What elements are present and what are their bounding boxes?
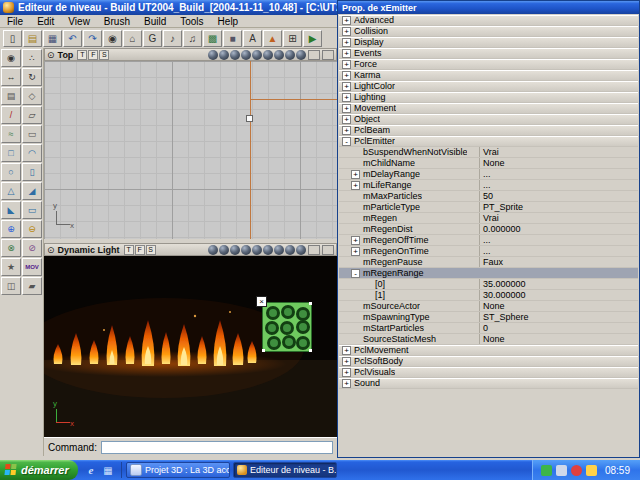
expand-toggle-icon[interactable]: + <box>342 82 351 91</box>
show-desktop-icon[interactable]: ▦ <box>101 463 115 477</box>
property-value[interactable]: 0 <box>479 323 636 333</box>
property-row[interactable]: mRegenPause Faux <box>339 257 638 268</box>
wireframe-mode-icon[interactable] <box>208 50 218 60</box>
expand-toggle-icon[interactable]: + <box>342 60 351 69</box>
expand-toggle-icon[interactable]: + <box>342 115 351 124</box>
redo-icon[interactable]: ↷ <box>83 30 102 47</box>
expand-toggle-icon[interactable]: + <box>342 16 351 25</box>
property-value[interactable]: Vrai <box>479 147 636 157</box>
property-row[interactable]: + PclBeam <box>339 125 638 136</box>
terrain-edit-icon[interactable]: ≈ <box>1 125 21 143</box>
viewport-mode-t-button[interactable]: T <box>124 245 134 255</box>
property-value[interactable]: PT_Sprite <box>479 202 636 212</box>
expand-toggle-icon[interactable]: + <box>342 346 351 355</box>
texture-rotate-icon[interactable]: ◇ <box>22 87 42 105</box>
expand-toggle-icon[interactable]: - <box>342 137 351 146</box>
cylinder-builder-icon[interactable]: ▯ <box>22 163 42 181</box>
expand-toggle-icon[interactable]: + <box>351 236 360 245</box>
texture-usage-mode-icon[interactable] <box>230 245 240 255</box>
property-row[interactable]: mStartParticles 0 <box>339 323 638 334</box>
property-value[interactable]: Vrai <box>479 213 636 223</box>
expand-toggle-icon[interactable]: - <box>351 269 360 278</box>
sphere-builder-icon[interactable]: ○ <box>1 163 21 181</box>
internet-explorer-icon[interactable]: e <box>84 463 98 477</box>
property-row[interactable]: + Events <box>339 48 638 59</box>
property-row[interactable]: mSpawningType ST_Sphere <box>339 312 638 323</box>
viewport-maximize-icon[interactable] <box>322 50 334 60</box>
property-value[interactable]: None <box>479 334 636 344</box>
undo-icon[interactable]: ↶ <box>63 30 82 47</box>
bsp-cut-mode-icon[interactable] <box>241 50 251 60</box>
property-row[interactable]: + PclSoftBody <box>339 356 638 367</box>
lighting-only-mode-icon[interactable] <box>285 245 295 255</box>
scale-mode-icon[interactable]: ↔ <box>1 68 21 86</box>
properties-titlebar[interactable]: Prop. de xEmitter <box>338 1 639 14</box>
camera-mode-icon[interactable]: ◉ <box>1 49 21 67</box>
expand-toggle-icon[interactable]: + <box>342 126 351 135</box>
property-row[interactable]: mParticleType PT_Sprite <box>339 202 638 213</box>
add-mover-icon[interactable]: MOV <box>22 258 42 276</box>
property-row[interactable]: + Force <box>339 59 638 70</box>
expand-toggle-icon[interactable]: + <box>351 170 360 179</box>
expand-toggle-icon[interactable]: + <box>342 368 351 377</box>
texture-browser-icon[interactable]: ▩ <box>203 30 222 47</box>
task-projet-3d[interactable]: Projet 3D : La 3D acc... <box>126 462 230 478</box>
property-row[interactable]: - PclEmitter <box>339 136 638 147</box>
polygon-draw-icon[interactable]: ▱ <box>22 106 42 124</box>
property-row[interactable]: + mLifeRange ... <box>339 180 638 191</box>
tray-icon[interactable] <box>541 465 552 476</box>
property-row[interactable]: mRegen Vrai <box>339 213 638 224</box>
property-row[interactable]: + Sound <box>339 378 638 389</box>
cube-builder-icon[interactable]: □ <box>1 144 21 162</box>
lit-mode-icon[interactable] <box>263 50 273 60</box>
expand-toggle-icon[interactable]: + <box>351 181 360 190</box>
wireframe-mode-icon[interactable] <box>208 245 218 255</box>
viewport-size-icon[interactable] <box>308 245 320 255</box>
add-special-brush-icon[interactable]: ★ <box>1 258 21 276</box>
add-volume-icon[interactable]: ◫ <box>1 277 21 295</box>
property-row[interactable]: + Karma <box>339 70 638 81</box>
depth-complexity-mode-icon[interactable] <box>274 50 284 60</box>
property-row[interactable]: [0] 35.000000 <box>339 279 638 290</box>
expand-toggle-icon[interactable]: + <box>342 71 351 80</box>
textured-mode-icon[interactable] <box>252 50 262 60</box>
texture-pan-icon[interactable]: ▤ <box>1 87 21 105</box>
add-antiportal-icon[interactable]: ▰ <box>22 277 42 295</box>
lighting-only-mode-icon[interactable] <box>285 50 295 60</box>
property-row[interactable]: mRegenDist 0.000000 <box>339 224 638 235</box>
property-row[interactable]: + mRegenOnTime ... <box>339 246 638 257</box>
menu-help[interactable]: Help <box>211 16 246 27</box>
curved-stair-builder-icon[interactable]: ◠ <box>22 144 42 162</box>
property-row[interactable]: + Lighting <box>339 92 638 103</box>
menu-file[interactable]: File <box>0 16 30 27</box>
property-row[interactable]: + Collision <box>339 26 638 37</box>
menu-edit[interactable]: Edit <box>30 16 61 27</box>
property-value[interactable]: ... <box>479 246 636 256</box>
viewport-mode-f-button[interactable]: F <box>135 245 145 255</box>
property-row[interactable]: + PclVisuals <box>339 367 638 378</box>
property-row[interactable]: mMaxParticles 50 <box>339 191 638 202</box>
group-browser-icon[interactable]: G <box>143 30 162 47</box>
emitter-texture-sprite[interactable] <box>262 302 312 352</box>
spiral-stair-builder-icon[interactable]: ◣ <box>1 201 21 219</box>
realtime-mode-icon[interactable] <box>296 245 306 255</box>
task-editeur-niveau[interactable]: Editeur de niveau - B... <box>233 462 337 478</box>
property-row[interactable]: + PclMovement <box>339 345 638 356</box>
property-row[interactable]: + Display <box>339 37 638 48</box>
zone-portal-mode-icon[interactable] <box>219 245 229 255</box>
depth-complexity-mode-icon[interactable] <box>274 245 284 255</box>
realtime-preview-icon[interactable]: ⊙ <box>47 50 55 60</box>
property-value[interactable]: 35.000000 <box>479 279 636 289</box>
menu-tools[interactable]: Tools <box>173 16 210 27</box>
expand-toggle-icon[interactable]: + <box>351 247 360 256</box>
property-row[interactable]: + mRegenOffTime ... <box>339 235 638 246</box>
open-map-icon[interactable]: ▤ <box>23 30 42 47</box>
property-row[interactable]: + Object <box>339 114 638 125</box>
emitter-actor-sprite[interactable] <box>246 115 253 122</box>
property-row[interactable]: + Movement <box>339 103 638 114</box>
viewport-mode-s-button[interactable]: S <box>146 245 156 255</box>
static-mesh-browser-icon[interactable]: ■ <box>223 30 242 47</box>
property-value[interactable]: 50 <box>479 191 636 201</box>
actor-classes-icon[interactable]: A <box>243 30 262 47</box>
brush-clip-icon[interactable]: / <box>1 106 21 124</box>
